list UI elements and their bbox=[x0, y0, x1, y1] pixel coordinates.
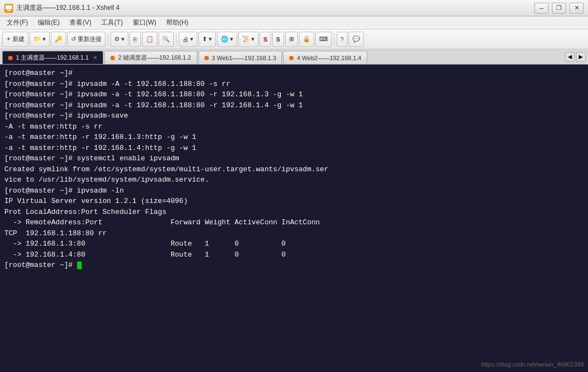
globe-dropdown: ▾ bbox=[230, 36, 233, 43]
globe-button[interactable]: 🌐 ▾ bbox=[217, 32, 237, 47]
close-button[interactable]: ✕ bbox=[569, 3, 584, 14]
terminal-line-6: -A -t master:http -s rr bbox=[4, 121, 584, 132]
toolbar: ✦ 新建 📁 ▾ 🔑 ↺ 重新连接 ⚙ ▾ ⎘ 📋 🔍 🖨 ▾ ⬆ ▾ 🌐 ▾ … bbox=[0, 30, 588, 49]
terminal-line-15: -> RemoteAddress:Port Forward Weight Act… bbox=[4, 217, 584, 228]
settings-dropdown: ▾ bbox=[121, 36, 125, 43]
folder-icon: 📁 bbox=[33, 36, 41, 43]
tab-1-close[interactable]: ✕ bbox=[93, 55, 97, 61]
tab-3-dot bbox=[204, 56, 209, 60]
reconnect-icon: ↺ bbox=[71, 36, 76, 43]
menu-window[interactable]: 窗口(W) bbox=[128, 17, 161, 28]
key-button[interactable]: 🔑 bbox=[51, 32, 66, 47]
tab-next-button[interactable]: ▶ bbox=[576, 52, 586, 62]
terminal-line-18: -> 192.168.1.4:80 Route 1 0 0 bbox=[4, 249, 584, 260]
paste-button[interactable]: 📋 bbox=[142, 32, 157, 47]
toolbar-separator-1 bbox=[108, 33, 108, 46]
transfer-button[interactable]: ⬆ ▾ bbox=[198, 32, 216, 47]
tab-1-dot bbox=[8, 56, 13, 60]
terminal-line-1: [root@master ~]# bbox=[4, 68, 584, 79]
copy-button[interactable]: ⎘ bbox=[130, 32, 141, 47]
tab-3[interactable]: 3 Web1——192.168.1.3 bbox=[198, 51, 283, 64]
open-button[interactable]: 📁 ▾ bbox=[30, 32, 50, 47]
logo-s-button[interactable]: S bbox=[260, 32, 271, 47]
print-icon: 🖨 bbox=[183, 36, 189, 43]
new-icon: ✦ bbox=[6, 36, 11, 43]
reconnect-button[interactable]: ↺ 重新连接 bbox=[67, 32, 105, 47]
transfer-dropdown: ▾ bbox=[209, 36, 212, 43]
terminal-cursor bbox=[77, 261, 81, 269]
tab-prev-button[interactable]: ◀ bbox=[565, 52, 575, 62]
minimize-button[interactable]: ─ bbox=[534, 3, 549, 14]
menu-file[interactable]: 文件(F) bbox=[2, 17, 32, 28]
menu-tools[interactable]: 工具(T) bbox=[97, 17, 127, 28]
menu-help[interactable]: 帮助(H) bbox=[162, 17, 193, 28]
search-button[interactable]: 🔍 bbox=[158, 32, 174, 47]
print-button[interactable]: 🖨 ▾ bbox=[179, 32, 197, 47]
dropdown-arrow: ▾ bbox=[43, 36, 46, 43]
logo-s-icon: S bbox=[263, 36, 267, 43]
lock-icon: 🔒 bbox=[303, 36, 310, 43]
script-icon: 📜 bbox=[242, 36, 250, 43]
tab-4-dot bbox=[289, 56, 293, 60]
grid-button[interactable]: ⊞ bbox=[285, 32, 298, 47]
sftp-button[interactable]: S bbox=[272, 32, 284, 47]
keyboard-icon: ⌨ bbox=[319, 36, 328, 43]
keyboard-button[interactable]: ⌨ bbox=[315, 32, 332, 47]
menu-view[interactable]: 查看(V) bbox=[65, 17, 96, 28]
print-dropdown: ▾ bbox=[190, 36, 193, 43]
chat-button[interactable]: 💬 bbox=[349, 32, 364, 47]
tab-2-label: 2 辅调度器——192.168.1.2 bbox=[118, 54, 191, 62]
tab-navigation: ◀ ▶ bbox=[565, 52, 586, 62]
terminal-line-5: [root@master ~]# ipvsadm-save bbox=[4, 111, 584, 121]
toolbar-separator-2 bbox=[176, 33, 177, 46]
menu-bar: 文件(F) 编辑(E) 查看(V) 工具(T) 窗口(W) 帮助(H) bbox=[0, 16, 588, 30]
tab-1-label: 1 主调度器——192.168.1.1 bbox=[16, 54, 89, 62]
tab-2-dot bbox=[110, 56, 115, 60]
menu-edit[interactable]: 编辑(E) bbox=[33, 17, 64, 28]
watermark: https://blog.csdn.net/weixin_46902398 bbox=[481, 360, 584, 369]
script-button[interactable]: 📜 ▾ bbox=[238, 32, 258, 47]
grid-icon: ⊞ bbox=[289, 36, 294, 43]
terminal-line-7: -a -t master:http -r 192.168.1.3:http -g… bbox=[4, 132, 584, 143]
terminal-line-13: IP Virtual Server version 1.2.1 (size=40… bbox=[4, 196, 584, 207]
app-icon bbox=[4, 4, 13, 13]
paste-icon: 📋 bbox=[146, 36, 154, 43]
tab-1[interactable]: 1 主调度器——192.168.1.1 ✕ bbox=[2, 51, 103, 64]
settings-button[interactable]: ⚙ ▾ bbox=[110, 32, 128, 47]
tab-2[interactable]: 2 辅调度器——192.168.1.2 bbox=[104, 51, 197, 64]
globe-icon: 🌐 bbox=[221, 36, 228, 43]
svg-rect-2 bbox=[7, 10, 11, 11]
terminal-line-4: [root@master ~]# ipvsadm -a -t 192.168.1… bbox=[4, 100, 584, 111]
terminal-line-17: -> 192.168.1.3:80 Route 1 0 0 bbox=[4, 239, 584, 249]
terminal-area[interactable]: [root@master ~]# [root@master ~]# ipvsad… bbox=[0, 65, 588, 372]
lock-button[interactable]: 🔒 bbox=[299, 32, 314, 47]
settings-icon: ⚙ bbox=[114, 36, 120, 43]
svg-rect-1 bbox=[5, 5, 12, 9]
search-icon: 🔍 bbox=[162, 36, 170, 43]
title-bar: 主调度器——192.168.1.1 - Xshell 4 ─ ❐ ✕ bbox=[0, 0, 588, 16]
chat-icon: 💬 bbox=[352, 36, 360, 43]
terminal-line-9: [root@master ~]# systemctl enable ipvsad… bbox=[4, 153, 584, 164]
terminal-line-16: TCP 192.168.1.188:80 rr bbox=[4, 228, 584, 239]
restore-button[interactable]: ❐ bbox=[552, 3, 566, 14]
tab-bar: 1 主调度器——192.168.1.1 ✕ 2 辅调度器——192.168.1.… bbox=[0, 49, 588, 65]
help-button[interactable]: ? bbox=[337, 32, 348, 47]
terminal-line-14: Prot LocalAddress:Port Scheduler Flags bbox=[4, 207, 584, 218]
terminal-line-12: [root@master ~]# ipvsadm -ln bbox=[4, 185, 584, 196]
new-button[interactable]: ✦ 新建 bbox=[2, 32, 28, 47]
script-dropdown: ▾ bbox=[251, 36, 255, 43]
copy-icon: ⎘ bbox=[133, 36, 137, 43]
terminal-line-19: [root@master ~]# bbox=[4, 260, 584, 271]
transfer-icon: ⬆ bbox=[202, 36, 207, 43]
terminal-line-11: vice to /usr/lib/systemd/system/ipvsadm.… bbox=[4, 175, 584, 185]
help-icon: ? bbox=[340, 36, 344, 43]
terminal-line-2: [root@master ~]# ipvsadm -A -t 192.168.1… bbox=[4, 79, 584, 90]
tab-4-label: 4 Web2——192.168.1.4 bbox=[297, 55, 361, 61]
key-icon: 🔑 bbox=[55, 36, 62, 43]
tab-4[interactable]: 4 Web2——192.168.1.4 bbox=[283, 51, 367, 64]
toolbar-separator-3 bbox=[334, 33, 334, 46]
terminal-line-3: [root@master ~]# ipvsadm -a -t 192.168.1… bbox=[4, 89, 584, 100]
sftp-icon: S bbox=[276, 36, 280, 43]
title-text: 主调度器——192.168.1.1 - Xshell 4 bbox=[16, 3, 531, 13]
terminal-line-10: Created symlink from /etc/systemd/system… bbox=[4, 164, 584, 175]
